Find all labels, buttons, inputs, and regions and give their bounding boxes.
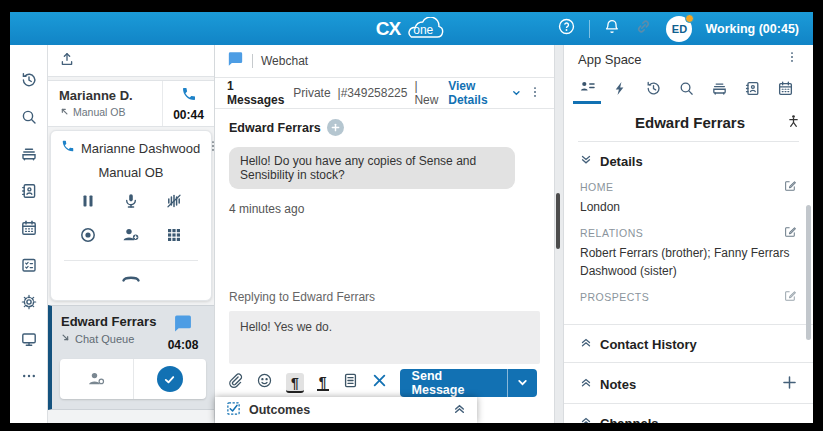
chevron-down-icon: [517, 377, 528, 388]
replying-to-label: Replying to Edward Ferrars: [229, 290, 540, 311]
settings-gear-icon[interactable]: [10, 283, 47, 320]
call-menu-dots-icon[interactable]: [206, 139, 215, 157]
app-space-title: App Space: [578, 52, 785, 67]
accept-confirm-button[interactable]: [133, 359, 207, 399]
notifications-bell-button[interactable]: [603, 18, 621, 40]
edit-icon[interactable]: [783, 225, 797, 241]
mute-mic-button[interactable]: [122, 192, 140, 214]
edit-icon[interactable]: [783, 289, 797, 305]
chat-transcript: Edward Ferrars Hello! Do you have any co…: [215, 109, 554, 364]
apps-icon[interactable]: [10, 246, 47, 283]
field-home: HOME London: [580, 179, 797, 216]
address-book-icon[interactable]: [10, 172, 47, 209]
chat-meta-bar: 1 Messages Private |#349258225 | New Vie…: [215, 78, 554, 109]
phone-icon: [61, 139, 75, 157]
integrations-link-button[interactable]: [634, 17, 653, 40]
add-participant-button[interactable]: [121, 226, 141, 248]
contact-pin-icon[interactable]: [786, 113, 801, 133]
messages-count: 1 Messages: [227, 79, 286, 107]
notes-document-button[interactable]: [342, 372, 359, 393]
tab-queues[interactable]: [706, 73, 734, 104]
chat-scrollbar-thumb[interactable]: [556, 193, 560, 249]
record-button[interactable]: [79, 226, 97, 248]
chat-menu-dots-icon[interactable]: [528, 85, 542, 102]
edit-icon[interactable]: [783, 179, 797, 195]
collapse-double-chevron-icon[interactable]: [453, 401, 466, 419]
app-space-tabs: [564, 73, 813, 104]
app-space-scrollbar-thumb[interactable]: [806, 205, 811, 340]
hang-up-button[interactable]: [120, 269, 142, 289]
chat-interaction-card[interactable]: Edward Ferrars Chat Queue: [48, 305, 214, 410]
details-heading: Details: [600, 154, 643, 169]
field-label: PROSPECTS: [580, 291, 649, 303]
search-icon[interactable]: [10, 98, 47, 135]
chat-bubble-icon: [227, 51, 244, 71]
formatting-pilcrow-button-active[interactable]: ¶: [286, 373, 304, 393]
status-badge: [685, 14, 694, 23]
contact-history-heading: Contact History: [600, 337, 697, 352]
emoji-button[interactable]: [256, 372, 273, 393]
app-space-menu-dots-icon[interactable]: [785, 50, 799, 68]
transfer-contact-button[interactable]: [60, 359, 133, 399]
double-chevron-up-icon: [580, 377, 592, 392]
voice-timer: 00:44: [173, 108, 204, 122]
outcomes-bar[interactable]: Outcomes: [215, 397, 477, 423]
contact-history-section-header[interactable]: Contact History: [564, 324, 813, 362]
monitor-icon[interactable]: [10, 320, 47, 357]
double-chevron-down-icon: [580, 154, 592, 169]
history-icon[interactable]: [10, 61, 47, 98]
status-label: | New: [414, 79, 441, 107]
user-avatar[interactable]: ED: [666, 16, 692, 42]
cloud-icon: one: [401, 16, 447, 42]
attachment-paperclip-button[interactable]: [226, 372, 243, 393]
keypad-button[interactable]: [165, 226, 183, 248]
close-icon[interactable]: [372, 373, 387, 392]
tab-actions-bolt[interactable]: [606, 73, 634, 104]
field-value: Robert Ferrars (brother); Fanny Ferrars …: [580, 245, 797, 280]
field-prospects: PROSPECTS: [580, 289, 797, 305]
active-voice-card: Marianne Dashwood Manual OB: [50, 130, 212, 301]
help-button[interactable]: [557, 17, 576, 40]
channels-heading: Channels: [600, 416, 659, 423]
add-note-button[interactable]: [782, 375, 797, 393]
contact-id: |#349258225: [338, 86, 408, 100]
send-message-button[interactable]: Send Message: [400, 369, 537, 397]
topbar-divider: [589, 20, 590, 38]
view-details-button[interactable]: View Details: [448, 79, 521, 107]
add-contact-chip[interactable]: [327, 119, 344, 136]
send-options-caret[interactable]: [507, 369, 537, 397]
transcript-contact-name: Edward Ferrars: [229, 121, 321, 135]
outcomes-checkbox-icon: [226, 401, 241, 420]
formatting-pilcrow-button[interactable]: ¶: [317, 374, 329, 391]
calendar-icon[interactable]: [10, 209, 47, 246]
notes-section-header[interactable]: Notes: [564, 362, 813, 403]
tab-customer-card[interactable]: [573, 73, 601, 104]
message-input[interactable]: Hello! Yes we do.: [229, 311, 540, 364]
app-space-panel: App Space: [563, 45, 813, 423]
incoming-message-bubble: Hello! Do you have any copies of Sense a…: [229, 147, 515, 189]
tab-address-book[interactable]: [739, 73, 767, 104]
avatar-initials: ED: [672, 23, 687, 35]
details-section-header[interactable]: Details: [564, 142, 813, 179]
voice-skill-label: Manual OB: [73, 106, 126, 118]
interactions-toolbar: [48, 45, 214, 77]
tab-calendar[interactable]: [772, 73, 800, 104]
channels-section-header[interactable]: Channels: [564, 403, 813, 423]
queues-icon[interactable]: [10, 135, 47, 172]
tab-history[interactable]: [639, 73, 667, 104]
customer-card-name: Edward Ferrars: [576, 114, 786, 131]
channel-label: Webchat: [261, 54, 308, 68]
upload-icon[interactable]: [59, 51, 75, 71]
active-call-contact-name: Marianne Dashwood: [81, 141, 200, 156]
double-chevron-up-icon: [580, 337, 592, 352]
field-value: London: [580, 199, 797, 216]
tab-search[interactable]: [672, 73, 700, 104]
inbound-chat-icon: [61, 333, 71, 345]
hold-pause-button[interactable]: [79, 192, 97, 214]
agent-status-label[interactable]: Working (00:45): [705, 22, 799, 36]
chat-header: Webchat: [215, 45, 554, 78]
more-options-icon[interactable]: [10, 357, 47, 394]
mask-audio-button[interactable]: [165, 192, 183, 214]
send-message-label: Send Message: [400, 369, 507, 397]
voice-interaction-summary[interactable]: Marianne D. Manual OB: [48, 80, 214, 127]
